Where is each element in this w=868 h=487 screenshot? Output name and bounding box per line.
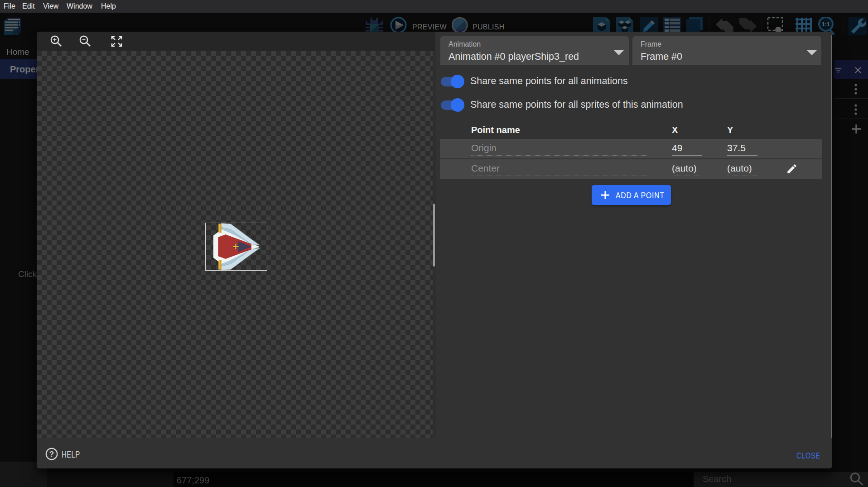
svg-text:?: ? [49,450,54,458]
